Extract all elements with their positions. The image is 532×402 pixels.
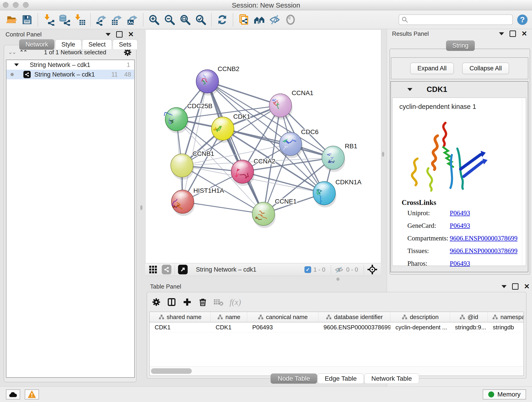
collapse-all-icon[interactable]: ⌄⌄ bbox=[8, 49, 16, 55]
crosslink-link[interactable]: 9606.ENSP00000378699 bbox=[450, 247, 518, 255]
network-node-RB1[interactable] bbox=[322, 146, 345, 172]
column-header-description[interactable]: description bbox=[390, 312, 450, 322]
network-edge[interactable] bbox=[183, 81, 207, 202]
cloud-button[interactable] bbox=[6, 389, 20, 400]
import-table-icon[interactable] bbox=[74, 13, 86, 26]
network-row[interactable]: String Network – cdk1 11 48 bbox=[6, 70, 134, 79]
toolbar-separator bbox=[233, 13, 233, 26]
results-float-icon[interactable] bbox=[510, 31, 516, 37]
table-row[interactable]: CDK1CDK1P064939606.ENSP00000378699cyclin… bbox=[150, 322, 524, 332]
collection-expand-icon[interactable] bbox=[14, 64, 19, 66]
crosslink-link[interactable]: 9606.ENSP00000378699 bbox=[450, 235, 518, 242]
network-node-CCNA2[interactable] bbox=[231, 160, 254, 186]
zoom-in-icon[interactable] bbox=[148, 13, 160, 26]
import-network-icon[interactable] bbox=[42, 13, 55, 26]
export-table-icon[interactable] bbox=[111, 13, 123, 26]
tab-edge-table[interactable]: Edge Table bbox=[317, 374, 364, 384]
table-gear-icon[interactable] bbox=[152, 298, 161, 307]
string-view-icon[interactable] bbox=[162, 265, 171, 274]
column-header-at-id[interactable]: @id bbox=[450, 312, 488, 322]
column-header-name[interactable]: name bbox=[210, 312, 247, 322]
search-box[interactable] bbox=[399, 14, 513, 25]
tab-sets[interactable]: Sets bbox=[113, 39, 138, 50]
expand-all-icon[interactable]: ⌃⌃ bbox=[19, 49, 27, 55]
tab-network-table[interactable]: Network Table bbox=[364, 374, 419, 384]
crosslink-label: Pharos: bbox=[407, 260, 450, 267]
left-splitter-handle[interactable] bbox=[140, 205, 143, 210]
scrollbar-thumb[interactable] bbox=[151, 368, 192, 374]
close-panel-icon[interactable]: ✕ bbox=[128, 32, 134, 37]
import-network-from-database-icon[interactable] bbox=[58, 13, 70, 26]
tab-network[interactable]: Network bbox=[19, 39, 54, 50]
results-scrollbar[interactable] bbox=[522, 99, 525, 265]
show-graphics-details-icon[interactable] bbox=[284, 13, 297, 26]
hidden-eye-icon[interactable] bbox=[334, 265, 344, 274]
save-session-icon[interactable] bbox=[21, 13, 33, 26]
network-node-CDC6[interactable] bbox=[279, 132, 303, 158]
refresh-view-icon[interactable] bbox=[216, 13, 228, 26]
tab-node-table[interactable]: Node Table bbox=[271, 374, 317, 384]
detach-view-icon[interactable] bbox=[178, 265, 188, 274]
expand-all-button[interactable]: Expand All bbox=[410, 63, 454, 74]
network-collection-row[interactable]: String Network – cdk1 1 bbox=[6, 60, 134, 70]
float-panel-icon[interactable] bbox=[116, 31, 123, 38]
table-float-icon[interactable] bbox=[512, 283, 519, 290]
network-node-CDC25B[interactable] bbox=[164, 108, 189, 133]
network-node-CCNB1[interactable] bbox=[171, 154, 194, 180]
hide-graphics-details-icon[interactable] bbox=[269, 13, 281, 26]
delete-table-icon[interactable] bbox=[214, 298, 224, 306]
search-input[interactable] bbox=[408, 16, 510, 23]
show-home-icon[interactable] bbox=[253, 13, 266, 26]
network-canvas[interactable]: CCNB2CCNA1CDC25BCDK1CDC6RB1CCNB1CCNA2CDK… bbox=[145, 30, 381, 263]
table-close-icon[interactable]: ✕ bbox=[524, 284, 530, 289]
node-label-CCNB1: CCNB1 bbox=[192, 150, 214, 157]
birdseye-view-icon[interactable] bbox=[367, 264, 378, 275]
crosslink-link[interactable]: P06493 bbox=[450, 260, 470, 267]
network-node-CCNA1[interactable] bbox=[269, 94, 293, 120]
column-header-database-identifier[interactable]: database identifier bbox=[318, 312, 390, 322]
warning-button[interactable] bbox=[25, 389, 39, 400]
zoom-out-icon[interactable] bbox=[163, 13, 176, 26]
panel-menu-icon[interactable] bbox=[106, 33, 111, 36]
open-session-icon[interactable] bbox=[5, 13, 18, 26]
column-label: @id bbox=[468, 313, 478, 321]
create-column-icon[interactable] bbox=[182, 297, 192, 307]
gene-collapse-icon[interactable] bbox=[407, 88, 412, 91]
network-edge[interactable] bbox=[183, 202, 264, 214]
results-menu-icon[interactable] bbox=[499, 32, 504, 35]
collapse-all-button[interactable]: Collapse All bbox=[462, 63, 509, 74]
table-menu-icon[interactable] bbox=[501, 285, 507, 288]
delete-column-icon[interactable] bbox=[198, 297, 208, 307]
export-network-icon[interactable] bbox=[95, 13, 108, 26]
column-header-shared-name[interactable]: shared name bbox=[150, 312, 210, 322]
tab-select[interactable]: Select bbox=[82, 39, 112, 50]
table-cell: stringdb bbox=[488, 322, 524, 332]
network-node-CDK1[interactable] bbox=[211, 117, 235, 143]
new-network-from-selection-icon[interactable] bbox=[238, 13, 250, 26]
network-node-CCNE1[interactable] bbox=[252, 202, 276, 228]
grid-view-icon[interactable] bbox=[148, 265, 158, 274]
gene-section-header[interactable]: CDK1 bbox=[391, 82, 528, 97]
memory-button[interactable]: Memory bbox=[483, 389, 526, 400]
crosslink-link[interactable]: P06493 bbox=[450, 222, 470, 230]
network-node-CDKN1A[interactable] bbox=[313, 182, 336, 207]
results-close-icon[interactable]: ✕ bbox=[521, 31, 527, 36]
hidden-counter: 0 - 0 bbox=[346, 266, 358, 273]
right-splitter-handle[interactable] bbox=[382, 152, 384, 157]
column-header-namespace[interactable]: namespace bbox=[488, 312, 524, 322]
bottom-splitter-handle[interactable] bbox=[336, 278, 340, 281]
function-builder-icon[interactable]: f(x) bbox=[230, 297, 241, 307]
help-button[interactable]: ? bbox=[516, 14, 528, 26]
crosslink-link[interactable]: P06493 bbox=[450, 209, 470, 217]
node-label-CCNE1: CCNE1 bbox=[275, 198, 297, 205]
memory-label: Memory bbox=[497, 391, 520, 398]
network-node-HIST1H1A[interactable] bbox=[171, 190, 195, 216]
show-column-icon[interactable] bbox=[167, 297, 177, 307]
export-image-icon[interactable] bbox=[126, 13, 139, 26]
tab-style[interactable]: Style bbox=[55, 39, 81, 50]
fit-content-icon[interactable] bbox=[179, 13, 191, 26]
selected-checkbox-icon[interactable]: ✓ bbox=[304, 266, 311, 273]
zoom-selected-icon[interactable] bbox=[195, 13, 207, 26]
column-header-canonical-name[interactable]: canonical name bbox=[247, 312, 318, 322]
tab-string[interactable]: String bbox=[446, 41, 475, 51]
